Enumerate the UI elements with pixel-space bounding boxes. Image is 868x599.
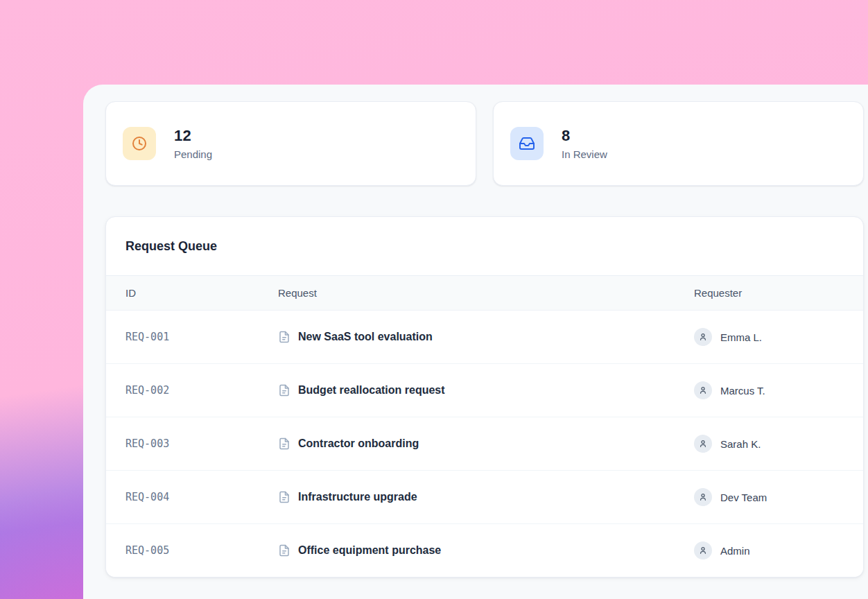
requester-name: Emma L. [720, 331, 762, 343]
request-id: REQ-005 [125, 544, 278, 557]
stats-row: 12 Pending 8 In Review [105, 101, 864, 186]
requester-cell: Dev Team [694, 488, 863, 506]
file-text-icon [278, 384, 290, 397]
stat-card-in-review: 8 In Review [493, 101, 864, 186]
stat-card-pending: 12 Pending [105, 101, 476, 186]
table-header-row: ID Request Requester [106, 276, 863, 311]
requester-cell: Admin [694, 541, 863, 559]
requester-cell: Marcus T. [694, 381, 863, 399]
table-body: REQ-001 New SaaS tool evaluation Emma L. [106, 311, 863, 577]
request-cell: Contractor onboarding [278, 437, 694, 450]
request-title: Office equipment purchase [298, 544, 441, 557]
app-background: 12 Pending 8 In Review [0, 0, 868, 599]
request-title: Budget reallocation request [298, 384, 445, 397]
table-row[interactable]: REQ-001 New SaaS tool evaluation Emma L. [106, 311, 863, 364]
pending-label: Pending [174, 147, 212, 162]
request-cell: New SaaS tool evaluation [278, 331, 694, 343]
queue-title-bar: Request Queue [106, 217, 863, 276]
pending-count: 12 [174, 126, 212, 146]
stat-text: 12 Pending [174, 126, 212, 162]
request-id: REQ-001 [125, 331, 278, 343]
avatar [694, 488, 712, 506]
request-title: New SaaS tool evaluation [298, 331, 433, 343]
requester-name: Dev Team [720, 492, 767, 503]
file-text-icon [278, 331, 290, 343]
request-cell: Infrastructure upgrade [278, 491, 694, 503]
table-row[interactable]: REQ-002 Budget reallocation request Marc… [106, 364, 863, 417]
table-row[interactable]: REQ-003 Contractor onboarding Sarah K. [106, 417, 863, 471]
requester-name: Sarah K. [720, 438, 761, 450]
request-queue-card: Request Queue ID Request Requester REQ-0… [105, 216, 864, 578]
stat-text: 8 In Review [562, 126, 607, 162]
file-text-icon [278, 437, 290, 450]
request-cell: Office equipment purchase [278, 544, 694, 557]
in-review-count: 8 [562, 126, 607, 146]
request-title: Contractor onboarding [298, 437, 419, 450]
queue-title: Request Queue [125, 239, 217, 254]
column-header-requester: Requester [694, 287, 863, 299]
file-text-icon [278, 491, 290, 503]
avatar [694, 435, 712, 453]
request-title: Infrastructure upgrade [298, 491, 417, 503]
file-text-icon [278, 544, 290, 557]
table-row[interactable]: REQ-005 Office equipment purchase Admin [106, 524, 863, 577]
request-id: REQ-002 [125, 384, 278, 397]
clock-icon [123, 127, 156, 160]
request-cell: Budget reallocation request [278, 384, 694, 397]
request-id: REQ-004 [125, 491, 278, 503]
requester-name: Admin [720, 545, 750, 557]
in-review-label: In Review [562, 147, 607, 162]
table-row[interactable]: REQ-004 Infrastructure upgrade Dev Team [106, 471, 863, 524]
avatar [694, 381, 712, 399]
column-header-request: Request [278, 287, 694, 299]
requester-cell: Emma L. [694, 328, 863, 346]
avatar [694, 541, 712, 559]
request-id: REQ-003 [125, 437, 278, 450]
column-header-id: ID [125, 287, 278, 299]
main-panel: 12 Pending 8 In Review [83, 85, 868, 599]
inbox-icon [510, 127, 544, 160]
requester-cell: Sarah K. [694, 435, 863, 453]
requester-name: Marcus T. [720, 385, 765, 397]
avatar [694, 328, 712, 346]
